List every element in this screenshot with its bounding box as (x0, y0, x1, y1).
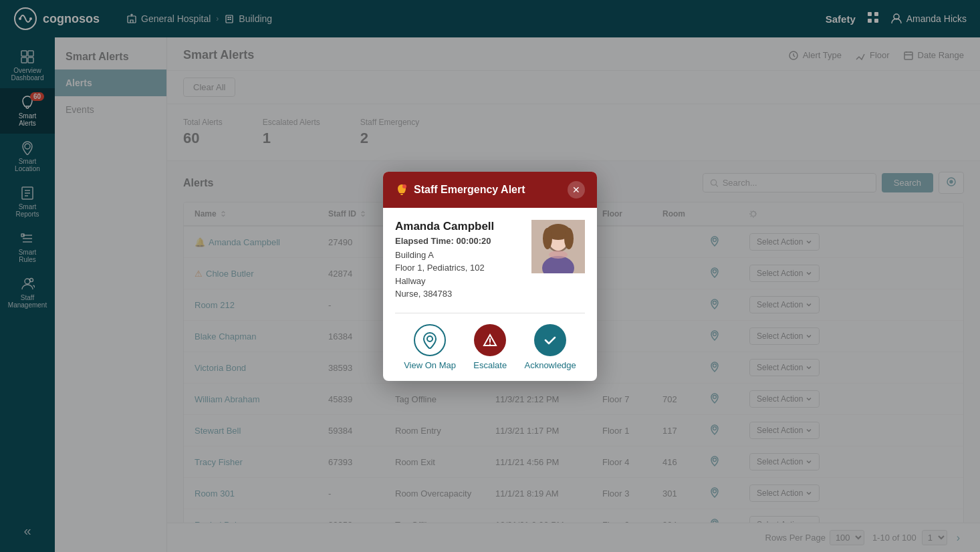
checkmark-icon (541, 331, 559, 349)
svg-point-44 (543, 228, 552, 249)
modal-building: Building A (395, 249, 522, 262)
map-pin-icon (421, 331, 439, 349)
modal-close-button[interactable]: ✕ (568, 181, 585, 198)
warning-escalate-icon (481, 331, 499, 349)
svg-point-47 (549, 251, 568, 259)
modal-header: Staff Emergency Alert ✕ (383, 172, 597, 208)
svg-point-39 (402, 184, 406, 188)
staff-emergency-modal: Staff Emergency Alert ✕ Amanda Campbell … (383, 172, 597, 381)
svg-point-48 (427, 336, 433, 341)
modal-title: Staff Emergency Alert (414, 184, 525, 196)
acknowledge-button[interactable]: Acknowledge (524, 324, 576, 370)
modal-role-info: Nurse, 384783 (395, 287, 522, 301)
modal-overlay: Staff Emergency Alert ✕ Amanda Campbell … (0, 0, 980, 552)
modal-elapsed: Elapsed Time: 00:00:20 (395, 236, 522, 246)
modal-actions: View On Map Escalate (383, 313, 597, 381)
modal-location: Building A Floor 1, Pediatrics, 102 Hall… (395, 249, 522, 301)
modal-location-line: Floor 1, Pediatrics, 102 (395, 261, 522, 275)
bell-alert-icon (395, 183, 408, 196)
svg-point-45 (564, 228, 574, 249)
view-on-map-button[interactable]: View On Map (404, 324, 456, 370)
acknowledge-icon-circle (534, 324, 566, 356)
escalate-icon-circle (474, 324, 506, 356)
view-on-map-label: View On Map (404, 360, 456, 370)
svg-point-49 (489, 343, 491, 345)
modal-person-photo (531, 220, 585, 273)
escalate-label: Escalate (473, 360, 507, 370)
modal-person-info: Amanda Campbell Elapsed Time: 00:00:20 B… (395, 220, 522, 301)
modal-body: Amanda Campbell Elapsed Time: 00:00:20 B… (383, 208, 597, 313)
modal-person-name: Amanda Campbell (395, 220, 522, 233)
modal-location-line2: Hallway (395, 275, 522, 288)
acknowledge-label: Acknowledge (524, 360, 576, 370)
modal-header-title: Staff Emergency Alert (395, 183, 525, 196)
map-icon-circle (414, 324, 446, 356)
escalate-button[interactable]: Escalate (473, 324, 507, 370)
